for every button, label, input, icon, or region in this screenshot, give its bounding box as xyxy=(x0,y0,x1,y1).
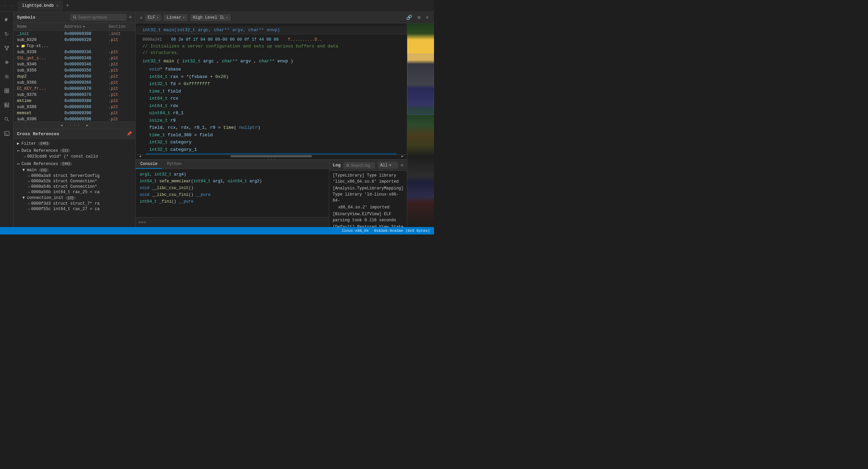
xref-arrow-icon: ↤ xyxy=(28,179,30,183)
sidebar-icon-hash[interactable]: # xyxy=(2,15,12,25)
refresh-icon[interactable]: ↺ xyxy=(140,15,142,20)
log-search-icon xyxy=(346,163,350,167)
columns-icon[interactable]: ⊞ xyxy=(416,14,421,21)
new-tab-button[interactable]: + xyxy=(64,3,71,9)
list-item[interactable]: ↤ 0000a52b struct Connection* xyxy=(17,179,132,184)
console-input[interactable] xyxy=(148,219,326,226)
scroll-thumb xyxy=(231,155,312,157)
svg-point-2 xyxy=(5,46,6,47)
symbols-search-box[interactable] xyxy=(70,14,126,21)
conn-init-header[interactable]: ▼ connection_init {3} xyxy=(17,195,132,201)
list-item[interactable]: SSL_get_s... 0x000009340 .plt xyxy=(14,55,135,61)
list-item[interactable]: sub_9346 0x000009346 .plt xyxy=(14,61,135,67)
func-header-bar: int32_t main(int32_t argc, char** argv, … xyxy=(136,26,407,34)
code-block: void* fsbase int64_t rax = *(fsbase + 0x… xyxy=(136,65,407,155)
sym-name: sub_9356 xyxy=(17,68,64,73)
list-item[interactable]: sub_9386 0x000009386 .plt xyxy=(14,104,135,110)
sidebar-icon-tag[interactable] xyxy=(2,29,12,39)
sidebar-icon-grid[interactable] xyxy=(2,86,12,96)
back-button[interactable]: ← xyxy=(3,2,8,9)
sidebar-icon-search[interactable] xyxy=(2,114,12,124)
log-search-box[interactable] xyxy=(343,162,375,169)
tab-lighttpd[interactable]: lighttpd.bndb ✕ xyxy=(18,1,63,11)
list-item[interactable]: sub_9320 0x000009320 .plt xyxy=(14,37,135,43)
sym-name: dup2 xyxy=(17,74,64,79)
xref-text: 0000a52b struct Connection* xyxy=(31,179,97,184)
log-line: [Analysis.TypeLibraryMapping] Type libra… xyxy=(333,185,403,204)
sym-address: 0x000009376 xyxy=(64,93,108,97)
tab-close-button[interactable]: ✕ xyxy=(56,3,59,8)
list-item[interactable]: sub_9366 0x000009366 .plt xyxy=(14,80,135,86)
sidebar-icon-terminal[interactable] xyxy=(2,128,12,139)
linear-dropdown[interactable]: Linear ▾ xyxy=(164,14,187,21)
list-item[interactable]: _init 0x000009308 .init xyxy=(14,31,135,37)
log-filter-label: All xyxy=(380,163,388,168)
console-prompt: >>> xyxy=(138,220,146,225)
list-item[interactable]: dup2 0x000009360 .plt xyxy=(14,74,135,80)
bottom-area: Console Python arg3, int32_t arg4) int64 xyxy=(136,159,407,227)
sidebar-icon-git[interactable] xyxy=(2,43,12,53)
func-sig: int32_t main ( int32_t argc , char** arg… xyxy=(136,57,407,65)
data-refs-header[interactable]: ↤ Data References {1} xyxy=(17,147,132,154)
il-dropdown[interactable]: High Level IL ▾ xyxy=(190,14,231,21)
console-scrollbar[interactable] xyxy=(326,169,329,217)
list-item[interactable]: ▶ 📁 Tcp-st... xyxy=(14,43,135,49)
list-item[interactable]: ↤ 0000a54b struct Connection* xyxy=(17,184,132,189)
search-icon xyxy=(73,15,77,19)
sidebar-icon-puzzle[interactable] xyxy=(2,100,12,110)
scroll-left-btn[interactable]: ◀ xyxy=(139,154,141,158)
scroll-right-btn[interactable]: ▶ xyxy=(401,154,403,158)
list-item[interactable]: ↤ 0000f55c int64_t rax_27 = ca xyxy=(17,206,132,212)
sym-name: _init xyxy=(17,32,64,36)
horizontal-scrollbar[interactable]: ◀ ▶ xyxy=(136,155,407,157)
main-refs-header[interactable]: ▼ main {4} xyxy=(17,167,132,173)
list-item[interactable]: sub_9396 0x000009396 .plt xyxy=(14,116,135,122)
symbol-list[interactable]: _init 0x000009308 .init sub_9320 0x00000… xyxy=(14,31,135,122)
list-item[interactable]: sub_9336 0x000009336 .plt xyxy=(14,49,135,55)
forward-button[interactable]: → xyxy=(9,2,15,9)
console-panel: Console Python arg3, int32_t arg4) int64 xyxy=(136,160,329,227)
list-item[interactable]: ↤ 0000a56b int64_t rax_25 = ca xyxy=(17,189,132,195)
tab-console[interactable]: Console xyxy=(136,160,162,169)
list-item[interactable]: sub_9376 0x000009376 .plt xyxy=(14,92,135,98)
minimap-viewport[interactable] xyxy=(407,54,434,115)
scroll-right-button[interactable]: ▶ xyxy=(86,123,88,127)
code-line: int32_t category_1 xyxy=(149,146,393,154)
sidebar-icon-bug[interactable] xyxy=(2,57,12,67)
scroll-left-button[interactable]: ◀ xyxy=(60,123,62,127)
list-item[interactable]: EC_KEY_fr... 0x000009370 .plt xyxy=(14,86,135,92)
col-name-header: Name xyxy=(17,24,64,29)
filter-toggle[interactable]: ▶ Filter {48} xyxy=(14,140,135,147)
list-item[interactable]: ↤ 0000f3d3 struct struct_7* ra xyxy=(17,201,132,206)
sidebar-icon-settings[interactable] xyxy=(2,72,12,82)
log-filter-dropdown[interactable]: All ▾ xyxy=(378,162,398,169)
cross-ref-content[interactable]: ▶ Filter {48} ↤ Data References {1} ↤ 00… xyxy=(14,139,135,227)
log-search-input[interactable] xyxy=(351,163,372,168)
list-item[interactable]: mktime 0x000009380 .plt xyxy=(14,98,135,104)
sym-name: sub_9336 xyxy=(17,50,64,55)
code-refs-header[interactable]: ↤ Code References {46} xyxy=(17,161,132,167)
sym-section: .plt xyxy=(108,62,132,67)
console-input-area: >>> xyxy=(136,217,329,227)
code-line: field, rcx, rdx, r8_1, r9 = time( nullpt… xyxy=(149,124,393,131)
cross-ref-title: Cross References xyxy=(17,131,124,137)
svg-point-18 xyxy=(74,16,76,18)
console-content[interactable]: arg3, int32_t arg4) int64_t safe_memclea… xyxy=(136,169,326,217)
tab-python[interactable]: Python xyxy=(162,160,186,169)
elf-dropdown[interactable]: ELF ▾ xyxy=(145,14,161,21)
log-content[interactable]: [TypeLibrary] Type library 'libc_x86_64.… xyxy=(329,171,407,227)
log-menu-icon[interactable]: ≡ xyxy=(401,163,403,168)
menu-icon[interactable]: ≡ xyxy=(425,14,430,21)
list-item[interactable]: sub_9356 0x000009356 .plt xyxy=(14,67,135,74)
console-line: int64_t safe_memclear(int64_t arg1, uint… xyxy=(140,178,322,185)
symbols-menu-icon[interactable]: ≡ xyxy=(129,15,132,20)
pin-icon[interactable]: 📌 xyxy=(126,131,132,137)
list-item[interactable]: ↤ 0023cdd0 void* (* const callo xyxy=(17,154,132,159)
symbols-search-input[interactable] xyxy=(78,15,123,20)
list-item[interactable]: memset 0x000009390 .plt xyxy=(14,110,135,116)
code-refs-section: ↤ Code References {46} ▼ main {4} ↤ 0000… xyxy=(14,160,135,212)
code-main: int32_t main(int32_t argc, char** argv, … xyxy=(136,23,407,227)
list-item[interactable]: ↤ 0000a3a9 struct ServerConfig xyxy=(17,173,132,179)
code-scroll-area[interactable]: int32_t main(int32_t argc, char** argv, … xyxy=(136,23,407,155)
link-icon[interactable]: 🔗 xyxy=(405,14,413,21)
